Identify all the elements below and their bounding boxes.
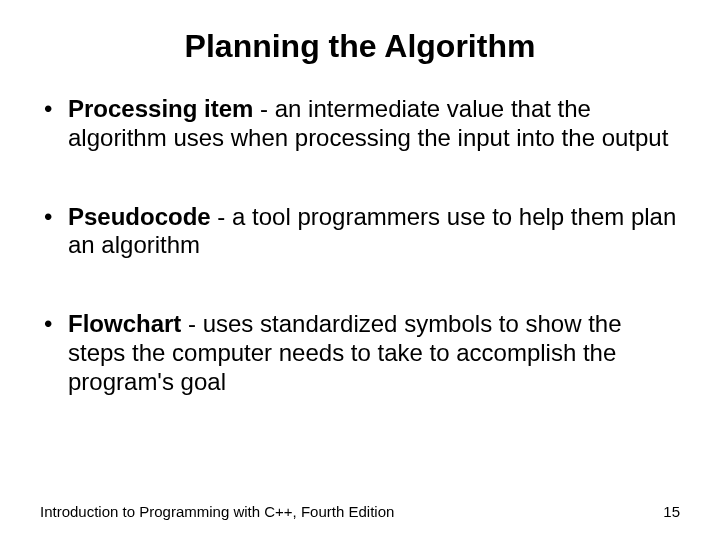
list-item: Pseudocode - a tool programmers use to h… — [40, 203, 680, 261]
slide: Planning the Algorithm Processing item -… — [0, 0, 720, 540]
term: Flowchart — [68, 310, 181, 337]
list-item: Flowchart - uses standardized symbols to… — [40, 310, 680, 396]
footer: Introduction to Programming with C++, Fo… — [40, 503, 680, 520]
bullet-list: Processing item - an intermediate value … — [40, 95, 680, 397]
term: Pseudocode — [68, 203, 211, 230]
footer-source: Introduction to Programming with C++, Fo… — [40, 503, 394, 520]
footer-page-number: 15 — [663, 503, 680, 520]
term: Processing item — [68, 95, 253, 122]
slide-title: Planning the Algorithm — [40, 28, 680, 65]
list-item: Processing item - an intermediate value … — [40, 95, 680, 153]
